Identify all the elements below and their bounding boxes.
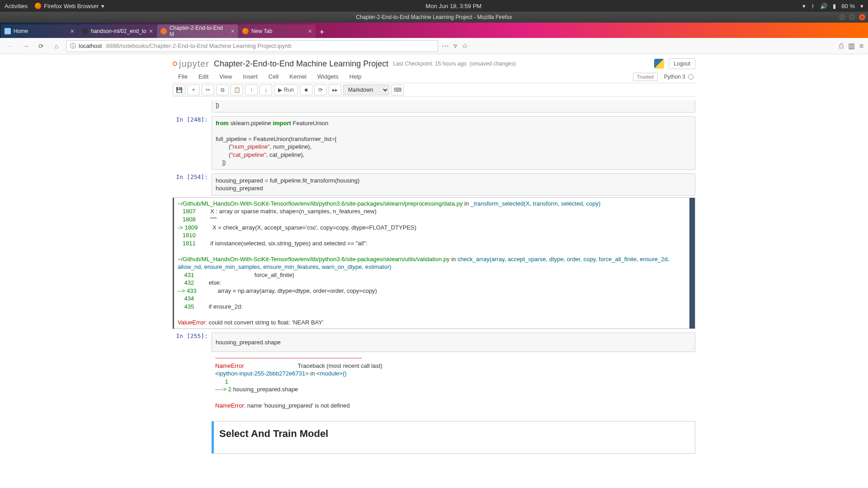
sidebar-icon[interactable]: ▥: [848, 42, 855, 50]
forward-button[interactable]: →: [20, 40, 32, 52]
restart-run-all-button[interactable]: ▸▸: [329, 84, 341, 95]
close-icon[interactable]: ×: [71, 28, 74, 35]
library-icon[interactable]: ⎙: [839, 42, 844, 50]
tab-handson-ml[interactable]: handson-ml/02_end_to ×: [78, 24, 156, 38]
window-maximize-button[interactable]: □: [849, 14, 855, 20]
menu-icon[interactable]: ≡: [859, 42, 863, 50]
command-palette-button[interactable]: ⌨: [391, 84, 404, 95]
url-host: localhost: [79, 42, 102, 49]
code-input[interactable]: from sklearn.pipeline import FeatureUnio…: [212, 116, 695, 170]
home-icon: [5, 28, 11, 34]
more-icon[interactable]: ⋯: [442, 42, 449, 50]
jupyter-header: jupyter Chapter-2-End-to-End Machine Lea…: [173, 54, 695, 70]
code-input[interactable]: ]): [212, 100, 695, 113]
prompt: In [255]:: [173, 333, 212, 411]
code-cell[interactable]: In [248]: from sklearn.pipeline import F…: [173, 116, 695, 170]
cut-button[interactable]: ✂: [202, 84, 214, 95]
activities-button[interactable]: Activities: [5, 3, 28, 9]
menu-help[interactable]: Help: [344, 73, 367, 80]
pocket-icon[interactable]: ▿: [453, 42, 457, 50]
bluetooth-icon[interactable]: ᚼ: [811, 3, 815, 9]
home-button[interactable]: ⌂: [51, 40, 62, 52]
logout-button[interactable]: Logout: [669, 58, 695, 69]
trusted-badge[interactable]: Trusted: [633, 73, 658, 81]
paste-button[interactable]: 📋: [231, 84, 243, 95]
battery-pct: 80 %: [841, 3, 855, 9]
window-title: Chapter-2-End-to-End Machine Learning Pr…: [356, 14, 512, 20]
code-cell[interactable]: ]): [173, 100, 695, 113]
move-down-button[interactable]: ↓: [259, 84, 272, 95]
power-icon[interactable]: ▾: [860, 3, 863, 9]
window-title-bar: Chapter-2-End-to-End Machine Learning Pr…: [0, 12, 868, 23]
toolbar: 💾 + ✂ ⧉ 📋 ↑ ↓ ▶ Run ■ ⟳ ▸▸ Markdown ⌨: [173, 83, 695, 97]
run-button[interactable]: ▶ Run: [274, 84, 298, 95]
battery-icon[interactable]: ▮: [833, 3, 836, 9]
nav-bar: ← → ⟳ ⌂ ⓘ localhost:8888/notebooks/Chapt…: [0, 38, 868, 54]
volume-icon[interactable]: 🔊: [820, 3, 827, 9]
reload-button[interactable]: ⟳: [35, 40, 47, 52]
github-icon: [82, 28, 88, 34]
code-input[interactable]: housing_prepared.shape: [212, 333, 695, 352]
window-minimize-button[interactable]: –: [839, 14, 845, 20]
code-cell[interactable]: In [254]: housing_prepared = full_pipeli…: [173, 174, 695, 196]
add-cell-button[interactable]: +: [187, 84, 200, 95]
firefox-icon: [242, 28, 249, 34]
tab-chapter-2[interactable]: Chapter-2-End-to-End M ×: [157, 24, 238, 38]
copy-button[interactable]: ⧉: [216, 84, 229, 95]
heading: Select And Train Model: [219, 428, 689, 440]
jupyter-icon: [160, 28, 167, 34]
checkpoint-text: Last Checkpoint: 15 hours ago (unsaved c…: [393, 61, 516, 67]
tab-home[interactable]: Home ×: [1, 24, 78, 38]
jupyter-logo[interactable]: jupyter: [173, 59, 209, 69]
output-cell: ~/Github/ML_HandsOn-With-SciKit-Tensorfl…: [173, 196, 695, 329]
kernel-indicator[interactable]: Python 3: [664, 74, 693, 80]
menu-widgets[interactable]: Widgets: [312, 73, 344, 80]
move-up-button[interactable]: ↑: [245, 84, 258, 95]
menu-file[interactable]: File: [173, 73, 193, 80]
notebook-body[interactable]: ]) In [248]: from sklearn.pipeline impor…: [173, 100, 695, 454]
app-menu[interactable]: Firefox Web Browser ▾: [35, 3, 104, 9]
prompt: In [254]:: [173, 174, 212, 196]
new-tab-button[interactable]: +: [316, 26, 328, 38]
interrupt-button[interactable]: ■: [300, 84, 312, 95]
error-output: ----------------------------------------…: [212, 352, 695, 411]
notebook-title[interactable]: Chapter-2-End-to-End Machine Learning Pr…: [214, 59, 388, 69]
menu-cell[interactable]: Cell: [263, 73, 284, 80]
star-icon[interactable]: ☆: [462, 42, 468, 50]
window-close-button[interactable]: ×: [859, 14, 865, 20]
code-input[interactable]: housing_prepared = full_pipeline.fit_tra…: [212, 174, 695, 196]
menu-view[interactable]: View: [214, 73, 237, 80]
restart-button[interactable]: ⟳: [314, 84, 327, 95]
markdown-cell[interactable]: Select And Train Model: [173, 415, 695, 454]
menu-bar: File Edit View Insert Cell Kernel Widget…: [173, 70, 695, 83]
url-bar[interactable]: ⓘ localhost:8888/notebooks/Chapter-2-End…: [66, 40, 438, 52]
menu-kernel[interactable]: Kernel: [284, 73, 312, 80]
code-cell[interactable]: In [255]: housing_prepared.shape -------…: [173, 333, 695, 411]
prompt: In [248]:: [173, 116, 212, 170]
gnome-top-bar: Activities Firefox Web Browser ▾ Mon Jun…: [0, 0, 868, 12]
menu-edit[interactable]: Edit: [193, 73, 214, 80]
close-icon[interactable]: ×: [231, 28, 235, 35]
close-icon[interactable]: ×: [149, 28, 153, 35]
clock[interactable]: Mon Jun 18, 3:59 PM: [104, 3, 802, 9]
close-icon[interactable]: ×: [308, 28, 312, 35]
back-button[interactable]: ←: [5, 40, 16, 52]
traceback-output[interactable]: ~/Github/ML_HandsOn-With-SciKit-Tensorfl…: [173, 197, 695, 329]
python-icon: [654, 59, 664, 69]
kernel-idle-icon: [688, 74, 693, 80]
wifi-icon[interactable]: ▾: [802, 3, 806, 9]
url-path: :8888/notebooks/Chapter-2-End-to-End Mac…: [104, 42, 291, 49]
menu-insert[interactable]: Insert: [237, 73, 263, 80]
info-icon[interactable]: ⓘ: [70, 42, 76, 50]
prompt: [173, 100, 212, 113]
tab-strip: Home × handson-ml/02_end_to × Chapter-2-…: [0, 23, 868, 38]
firefox-icon: [35, 3, 41, 9]
tab-new-tab[interactable]: New Tab ×: [239, 24, 316, 38]
celltype-select[interactable]: Markdown: [343, 84, 389, 95]
save-button[interactable]: 💾: [173, 84, 185, 95]
